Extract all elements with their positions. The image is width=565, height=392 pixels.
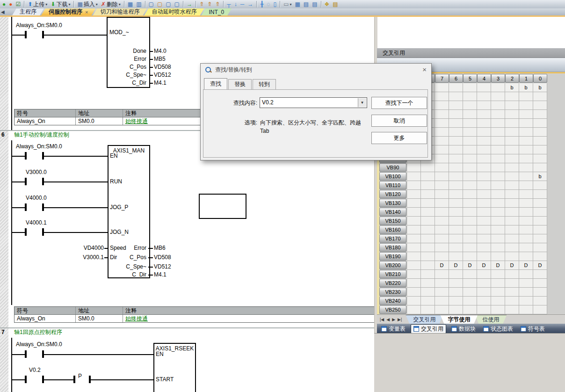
network-box1-button[interactable]: ▢ [148,0,155,8]
network-title[interactable]: 轴1回原点控制程序 [14,329,62,335]
byte-cell[interactable] [463,119,477,128]
byte-cell[interactable] [449,172,463,181]
byte-cell[interactable] [505,288,519,297]
byte-cell[interactable]: b [519,83,533,92]
byte-cell[interactable] [533,234,547,243]
byte-cell[interactable] [421,181,435,190]
byte-cell[interactable] [477,101,491,110]
compile-button[interactable]: ☑ [15,0,22,8]
byte-cell[interactable] [491,128,505,137]
byte-cell[interactable] [491,199,505,208]
byte-cell[interactable]: b [505,83,519,92]
byte-cell[interactable] [421,270,435,279]
dropdown-caret-icon[interactable]: ▾ [45,2,47,7]
byte-cell[interactable] [421,217,435,225]
byte-row-label[interactable]: VB120 [379,190,406,198]
byte-cell[interactable] [407,234,421,243]
byte-cell[interactable] [533,252,547,261]
operand[interactable]: M4.0 [154,48,167,54]
byte-cell[interactable] [505,110,519,119]
dropdown-caret-icon[interactable]: ▾ [290,2,291,7]
byte-cell[interactable] [449,110,463,119]
byte-cell[interactable] [435,225,449,234]
byte-cell[interactable] [519,119,533,128]
byte-cell[interactable] [477,110,491,119]
nav-first-icon[interactable]: |◀ [380,317,384,322]
byte-cell[interactable] [449,279,463,288]
byte-cell[interactable] [477,163,491,172]
wire-down-button[interactable]: ┬ [226,0,232,8]
contact-label[interactable]: Always_On:SM0.0 [16,143,62,150]
byte-cell[interactable]: b [533,172,547,181]
byte-cell[interactable] [435,199,449,208]
symbol-row[interactable]: Always_On SM0.0 始终接通 [14,315,375,322]
byte-cell[interactable] [407,270,421,279]
contact-label[interactable]: V0.2 [29,367,41,373]
byte-cell[interactable] [435,181,449,190]
byte-cell[interactable] [533,145,547,154]
byte-cell[interactable] [519,252,533,261]
bookmark2-button[interactable]: ⇑ [206,0,213,8]
operand[interactable]: VD512 [154,263,171,270]
byte-cell[interactable] [533,199,547,208]
byte-cell[interactable] [533,181,547,190]
byte-cell[interactable] [463,163,477,172]
byte-cell[interactable] [533,190,547,199]
byte-cell[interactable] [463,297,477,305]
cancel-button[interactable]: 取消 [371,115,427,127]
byte-cell[interactable] [491,172,505,181]
byte-cell[interactable] [449,297,463,305]
contact-bar[interactable] [25,178,27,185]
byte-cell[interactable] [435,110,449,119]
byte-cell[interactable] [435,92,449,101]
byte-cell[interactable] [435,163,449,172]
bit-header-6[interactable]: 6 [449,74,463,83]
dropdown-arrow-icon[interactable]: ▼ [358,98,366,107]
byte-cell[interactable] [449,234,463,243]
properties-doc-button[interactable]: ▤ [332,0,339,8]
byte-cell[interactable]: b [533,83,547,92]
byte-cell[interactable] [407,297,421,305]
byte-cell[interactable] [449,252,463,261]
bit-header-0[interactable]: 0 [533,74,547,83]
tab-goto[interactable]: 转到 [253,79,276,89]
view-button-4[interactable]: 状态图表 [481,325,515,333]
nav-prev-icon[interactable]: ◀ [386,317,390,322]
byte-cell[interactable] [519,128,533,137]
byte-cell[interactable] [491,279,505,288]
byte-cell[interactable] [505,137,519,145]
byte-row-label[interactable]: VB230 [379,288,406,296]
program-tab-4[interactable]: 自动延时喷水程序 [144,8,204,15]
byte-cell[interactable] [421,288,435,297]
insert-row-button[interactable]: ▤ [311,0,318,8]
byte-cell[interactable] [477,199,491,208]
more-button[interactable]: 更多 [371,132,427,144]
byte-row-label[interactable]: VB150 [379,217,406,225]
view-button-2[interactable]: 交叉引用 [411,324,446,333]
byte-cell[interactable] [505,234,519,243]
byte-cell[interactable] [477,119,491,128]
byte-row-label[interactable]: VB100 [379,172,406,181]
byte-cell[interactable] [407,288,421,297]
byte-row-label[interactable]: VB170 [379,234,406,243]
byte-cell[interactable] [435,154,449,163]
contact-bar[interactable] [25,350,27,358]
byte-cell[interactable] [491,288,505,297]
byte-cell[interactable] [519,110,533,119]
program-tab-3[interactable]: 切刀和输送程序 [93,8,147,15]
byte-cell[interactable] [477,208,491,217]
contact-label[interactable]: V4000.1 [26,219,47,226]
dropdown-caret-icon[interactable]: ▾ [96,2,98,7]
byte-cell[interactable] [477,252,491,261]
byte-cell[interactable] [463,154,477,163]
byte-cell[interactable] [505,252,519,261]
byte-cell[interactable] [407,172,421,181]
byte-cell[interactable] [435,217,449,225]
contact-label[interactable]: V3000.0 [26,169,47,175]
byte-cell[interactable] [505,181,519,190]
network-title[interactable]: 轴1手动控制/速度控制 [14,131,69,138]
contact-bar[interactable] [25,31,27,38]
byte-cell[interactable] [421,234,435,243]
operand[interactable]: VD508 [154,254,171,261]
wire-horizontal-button[interactable]: ─ [239,0,246,8]
